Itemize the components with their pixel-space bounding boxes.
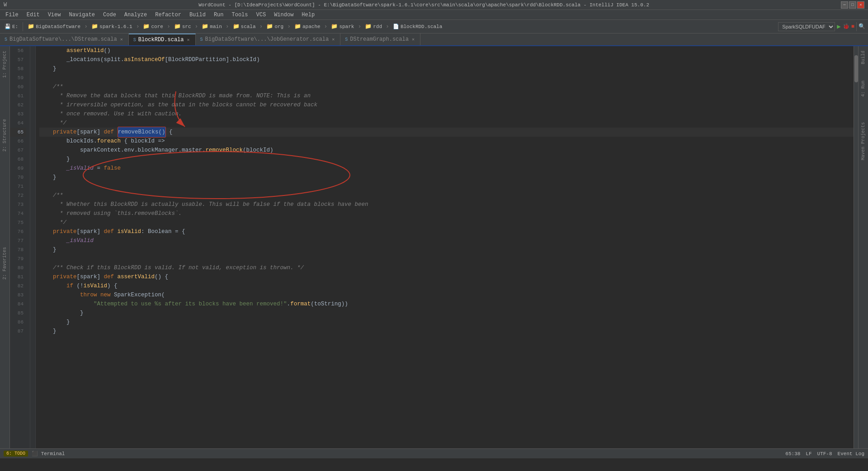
menu-navigate[interactable]: Navigate (65, 11, 99, 19)
tabs-bar: S BigDataSoftware\...\DStream.scala ✕ S … (0, 33, 868, 46)
tab-close-jobgenerator[interactable]: ✕ (331, 36, 335, 43)
menu-edit[interactable]: Edit (23, 11, 43, 19)
menu-window[interactable]: Window (270, 11, 297, 19)
event-log[interactable]: Event Log (838, 451, 864, 457)
search-button[interactable]: 🔍 (859, 23, 865, 30)
minimize-button[interactable]: ─ (841, 1, 848, 9)
menu-tools[interactable]: Tools (228, 11, 252, 19)
code-line-72: /** (39, 191, 854, 200)
maximize-button[interactable]: □ (849, 1, 856, 9)
titlebar-title: WordCount - [D:\IdeaProjects\WordCount] … (7, 2, 841, 8)
linenum-68: 68 (10, 155, 26, 164)
terminal-button[interactable]: ⬛ Terminal (32, 451, 65, 457)
code-line-59 (39, 73, 854, 82)
linenum-67: 67 (10, 146, 26, 155)
menu-analyze[interactable]: Analyze (121, 11, 151, 19)
code-content[interactable]: assertValid() _locations(split.asInstanc… (36, 46, 854, 448)
menu-refactor[interactable]: Refactor (151, 11, 185, 19)
left-sidebar: 1: Project 2: Structure 2: Favorites (0, 46, 10, 448)
toolbar-spark2[interactable]: 📁 spark (329, 22, 356, 31)
toolbar-scala[interactable]: 📁 scala (231, 22, 258, 31)
toolbar-spark[interactable]: 📁 spark-1.6.1 (90, 22, 134, 31)
linenum-87: 87 (10, 327, 26, 336)
toolbar-rdd[interactable]: 📁 rdd (363, 22, 384, 31)
close-button[interactable]: ✕ (857, 1, 864, 9)
vertical-scrollbar[interactable] (854, 46, 858, 448)
stop-button[interactable]: ■ (851, 24, 854, 30)
linenum-85: 85 (10, 309, 26, 318)
debug-button[interactable]: 🐞 (843, 23, 849, 30)
tab-dstream[interactable]: S BigDataSoftware\...\DStream.scala ✕ (0, 33, 129, 45)
code-line-63: * once removed. Use it with caution. (39, 109, 854, 119)
favorites-icon[interactable]: 2: Favorites (1, 245, 8, 281)
tab-close-dstreamgraph[interactable]: ✕ (411, 36, 415, 43)
menu-view[interactable]: View (44, 11, 65, 19)
linenum-82: 82 (10, 281, 26, 290)
menu-run[interactable]: Run (210, 11, 227, 19)
project-icon[interactable]: 1: Project (1, 49, 8, 80)
menu-build[interactable]: Build (186, 11, 209, 19)
tab-label-blockrdd: BlockRDD.scala (138, 37, 184, 43)
toolbar-drive[interactable]: 💾 E: (3, 23, 20, 30)
tab-label-jobgenerator: BigDataSoftware\...\JobGenerator.scala (205, 36, 329, 43)
code-line-85: } (39, 309, 854, 318)
toolbar-main[interactable]: 📁 main (200, 22, 223, 31)
linenum-79: 79 (10, 254, 26, 263)
linenum-56: 56 (10, 46, 26, 55)
code-line-67: sparkContext.env.blockManager.master.rem… (39, 146, 854, 155)
code-line-82: if (!isValid) { (39, 281, 854, 290)
linenum-58: 58 (10, 64, 26, 73)
line-ending[interactable]: LF (806, 451, 811, 457)
code-line-86: } (39, 318, 854, 327)
tab-close-dstream[interactable]: ✕ (119, 36, 124, 43)
tab-label-dstreamgraph: DStreamGraph.scala (350, 36, 409, 43)
code-line-70: } (39, 173, 854, 182)
code-line-83: throw new SparkException( (39, 290, 854, 300)
tab-close-blockrdd[interactable]: ✕ (186, 37, 191, 43)
tab-dstreamgraph[interactable]: S DStreamGraph.scala ✕ (340, 33, 420, 45)
toolbar-apache[interactable]: 📁 apache (292, 22, 322, 31)
line-numbers: 56 57 58 59 60 61 62 63 64 65 66 67 68 6… (10, 46, 30, 448)
run-button[interactable]: ▶ (837, 23, 840, 30)
code-line-81: private[spark] def assertValid() { (39, 272, 854, 281)
menu-help[interactable]: Help (298, 11, 318, 19)
run-tab[interactable]: 4: Run (860, 78, 867, 100)
scroll-thumb[interactable] (854, 55, 858, 82)
linenum-81: 81 (10, 272, 26, 281)
statusbar-left: 6: TODO ⬛ Terminal (4, 451, 65, 457)
toolbar-src[interactable]: 📁 src (172, 22, 193, 31)
code-line-80: /** Check if this BlockRDD is valid. If … (39, 263, 854, 272)
toolbar-file[interactable]: 📄 BlockRDD.scala (391, 23, 444, 30)
code-line-74: * removed using `this.removeBlocks`. (39, 209, 854, 218)
code-line-66: blockIds.foreach { blockId => (39, 137, 854, 146)
menu-vcs[interactable]: VCS (253, 11, 270, 19)
code-line-73: * Whether this BlockRDD is actually usab… (39, 200, 854, 209)
build-tab[interactable]: Build (860, 48, 867, 67)
menubar: FileEditViewNavigateCodeAnalyzeRefactorB… (0, 10, 868, 20)
tab-jobgenerator[interactable]: S BigDataSoftware\...\JobGenerator.scala… (196, 33, 341, 45)
code-line-57: _locations(split.asInstanceOf[BlockRDDPa… (39, 55, 854, 64)
linenum-70: 70 (10, 173, 26, 182)
linenum-62: 62 (10, 100, 26, 109)
code-line-64: */ (39, 119, 854, 128)
code-line-61: * Remove the data blocks that this Block… (39, 91, 854, 100)
linenum-80: 80 (10, 263, 26, 272)
todo-badge[interactable]: 6: TODO (4, 451, 28, 457)
toolbar-core[interactable]: 📁 core (141, 22, 165, 31)
structure-icon[interactable]: 2: Structure (1, 117, 8, 153)
maven-tab[interactable]: Maven Projects (860, 119, 867, 163)
menu-file[interactable]: File (2, 11, 22, 19)
code-line-75: */ (39, 218, 854, 227)
tab-blockrdd[interactable]: S BlockRDD.scala ✕ (129, 33, 196, 45)
code-editor[interactable]: 56 57 58 59 60 61 62 63 64 65 66 67 68 6… (10, 46, 858, 448)
menu-code[interactable]: Code (99, 11, 120, 19)
tab-icon-dstream: S (5, 37, 7, 42)
encoding[interactable]: UTF-8 (817, 451, 832, 457)
toolbar-bigdata[interactable]: 📁 BigDataSoftware (26, 22, 82, 31)
run-config-select[interactable]: SparkSQLDFUDAF (778, 22, 835, 31)
cursor-position[interactable]: 65:38 (785, 451, 800, 457)
statusbar-right: 65:38 LF UTF-8 Event Log (785, 451, 864, 457)
main-layout: 1: Project 2: Structure 2: Favorites 56 … (0, 46, 868, 448)
toolbar-org[interactable]: 📁 org (264, 22, 285, 31)
linenum-63: 63 (10, 109, 26, 119)
